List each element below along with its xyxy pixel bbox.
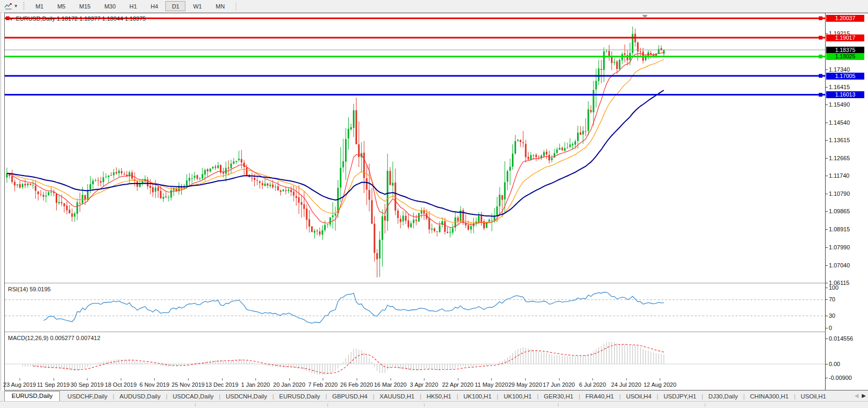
- chart-tabbar: EURUSD,DailyUSDCHF,Daily|AUDUSD,Daily|US…: [0, 390, 868, 402]
- timeframe-button-h4[interactable]: H4: [144, 1, 164, 11]
- time-axis-tick: [391, 378, 391, 380]
- current-price-badge: 1.18375: [826, 47, 864, 54]
- macd-chart-canvas[interactable]: [5, 333, 825, 378]
- strip-separator: [195, 403, 196, 407]
- toolbar-grip-handle[interactable]: [23, 2, 24, 11]
- chart-tab-usdchf-daily[interactable]: USDCHF,Daily: [62, 392, 112, 401]
- price-tick-label: 1.11740: [829, 172, 849, 179]
- tab-scroll-buttons: ◀ ▶: [855, 392, 866, 400]
- strip-separator: [705, 403, 705, 407]
- chart-title: ▼EURUSD,Daily 1.18172 1.18377 1.18044 1.…: [9, 15, 146, 22]
- time-axis-tick: [626, 378, 627, 380]
- tab-scroll-left-icon[interactable]: ◀: [855, 392, 859, 400]
- level-price-badge: 1.17005: [826, 73, 864, 80]
- timeframe-button-m5[interactable]: M5: [51, 1, 72, 11]
- price-chart-canvas[interactable]: [5, 13, 825, 283]
- rsi-axis-label: 100: [829, 284, 838, 291]
- time-axis-tick: [20, 378, 20, 380]
- timeframe-button-d1[interactable]: D1: [165, 1, 185, 11]
- strip-separator: [327, 403, 328, 407]
- mt4-workspace: { "toolbar": { "timeframes": ["M1","M5",…: [0, 0, 868, 408]
- chart-tab-uk100-h1[interactable]: UK100,H1: [458, 392, 497, 401]
- macd-axis-label: 0.00: [829, 361, 840, 368]
- chart-tab-ger30-h1[interactable]: GER30,H1: [538, 392, 579, 401]
- time-axis-tick: [491, 378, 492, 380]
- price-tick-label: 1.09865: [829, 208, 850, 215]
- toolbar-separator: [236, 2, 236, 11]
- time-axis-tick: [592, 378, 593, 380]
- time-axis-tick: [121, 378, 121, 380]
- chart-tab-usoil-h4[interactable]: USOil,H4: [621, 392, 657, 401]
- toolbar-caret-icon[interactable]: ▼: [14, 4, 18, 8]
- timeframe-button-m30[interactable]: M30: [98, 1, 122, 11]
- time-axis-tick: [188, 378, 189, 380]
- level-price-badge: 1.19017: [826, 34, 864, 41]
- price-tick-label: 1.08915: [829, 226, 850, 233]
- chart-tab-uk100-h1[interactable]: UK100,H1: [498, 392, 537, 401]
- chart-tab-usoil-h1[interactable]: USOil,H1: [795, 392, 831, 401]
- price-tick-label: 1.14540: [829, 119, 850, 126]
- time-axis-tick: [255, 378, 256, 380]
- chart-tab-usdcnh-daily[interactable]: USDCNH,Daily: [220, 392, 272, 401]
- time-axis-tick: [424, 378, 424, 380]
- time-axis-tick: [660, 378, 660, 380]
- chart-tab-china300-h1[interactable]: CHINA300,H1: [745, 392, 794, 401]
- price-tick-label: 1.15490: [829, 101, 850, 108]
- chart-tab-dj30-daily[interactable]: DJ30,Daily: [703, 392, 743, 401]
- price-tick-label: 1.16415: [829, 84, 850, 91]
- chart-tab-gbpusd-h4[interactable]: GBPUSD,H4: [327, 392, 373, 401]
- time-axis-tick: [458, 378, 458, 380]
- price-tick-label: 1.07990: [829, 244, 850, 251]
- timeframe-buttons: M1M5M15M30H1H4D1W1MN: [29, 1, 232, 11]
- level-price-badge: 1.20037: [826, 15, 864, 22]
- macd-label: MACD(12,26,9) 0.005277 0.007412: [8, 335, 100, 341]
- time-axis-tick: [87, 378, 87, 380]
- chart-tab-eurusd-daily[interactable]: EURUSD,Daily: [4, 391, 60, 401]
- level-price-badge: 1.16013: [826, 91, 864, 98]
- time-axis-tick: [54, 378, 54, 380]
- price-tick-label: 1.13615: [829, 137, 850, 144]
- chart-tab-usdjpy-h1[interactable]: USDJPY,H1: [658, 392, 702, 401]
- price-tick-label: 1.07040: [829, 262, 850, 269]
- rsi-chart-canvas[interactable]: [5, 284, 825, 332]
- chart-tab-audusd-daily[interactable]: AUDUSD,Daily: [114, 392, 166, 401]
- price-tick-label: 1.10790: [829, 190, 850, 197]
- macd-axis-label: -0.00900: [829, 375, 852, 381]
- time-axis-tick: [559, 378, 560, 380]
- timeframe-button-mn[interactable]: MN: [209, 1, 231, 11]
- price-axis[interactable]: 1.192151.173401.164151.154901.145401.136…: [825, 13, 868, 390]
- chart-tools-icon[interactable]: [3, 2, 14, 11]
- chart-tab-xauusd-h1[interactable]: XAUUSD,H1: [374, 392, 420, 401]
- time-axis-tick: [154, 378, 155, 380]
- timeframe-button-w1[interactable]: W1: [187, 1, 208, 11]
- top-toolbar: ▼ M1M5M15M30H1H4D1W1MN: [0, 0, 868, 13]
- date-label: 12 Aug 2020: [637, 381, 682, 388]
- price-tick-label: 1.12665: [829, 155, 850, 162]
- time-axis-tick: [323, 378, 323, 380]
- time-axis[interactable]: 23 Aug 201911 Sep 201930 Sep 201918 Oct …: [5, 378, 825, 390]
- chart-tab-fra40-h1[interactable]: FRA40,H1: [580, 392, 619, 401]
- macd-axis-label: 0.014556: [829, 335, 853, 342]
- time-axis-tick: [357, 378, 357, 380]
- title-caret-icon[interactable]: ▼: [9, 17, 13, 22]
- time-axis-tick: [222, 378, 223, 380]
- status-strip: [0, 402, 868, 408]
- time-axis-tick: [525, 378, 526, 380]
- strip-separator: [558, 403, 559, 407]
- chart-tab-usdcad-daily[interactable]: USDCAD,Daily: [167, 392, 219, 401]
- timeframe-button-h1[interactable]: H1: [123, 1, 143, 11]
- strip-separator: [424, 403, 424, 407]
- timeframe-button-m1[interactable]: M1: [29, 1, 50, 11]
- chart-tab-eurusd-daily[interactable]: EURUSD,Daily: [274, 392, 325, 401]
- timeframe-button-m15[interactable]: M15: [73, 1, 96, 11]
- level-price-badge: 1.18025: [826, 53, 864, 60]
- rsi-axis-label: 30: [829, 312, 835, 319]
- time-axis-tick: [289, 378, 290, 380]
- rsi-label: RSI(14) 59.0195: [8, 286, 51, 292]
- chart-title-text: EURUSD,Daily 1.18172 1.18377 1.18044 1.1…: [16, 15, 146, 22]
- rsi-axis-label: 0: [829, 325, 832, 332]
- chart-tab-hk50-h1[interactable]: HK50,H1: [421, 392, 457, 401]
- chart-window: ▼EURUSD,Daily 1.18172 1.18377 1.18044 1.…: [4, 13, 868, 390]
- tab-scroll-right-icon[interactable]: ▶: [862, 392, 866, 400]
- rsi-axis-label: 70: [829, 296, 835, 303]
